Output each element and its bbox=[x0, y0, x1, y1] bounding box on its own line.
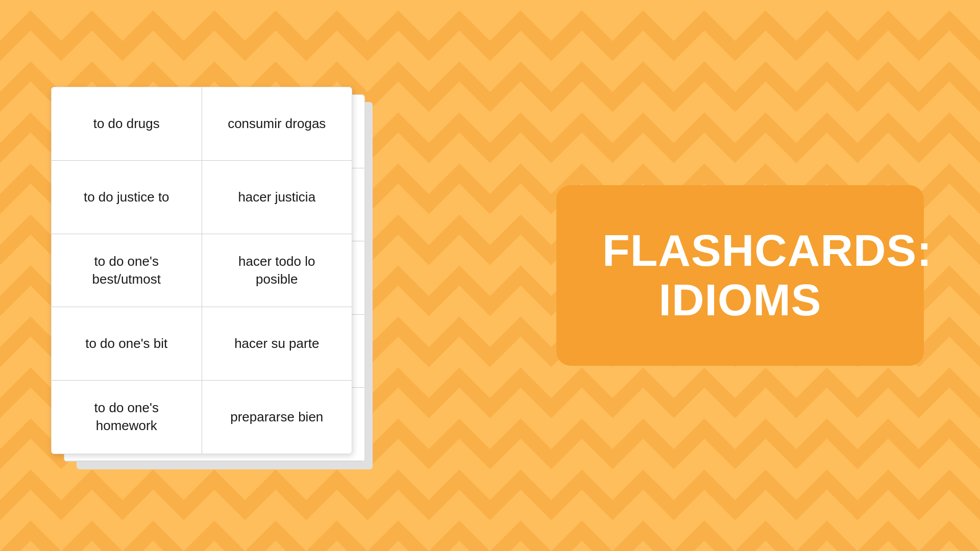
flashcard-main: to do drugs consumir drogas to do justic… bbox=[51, 87, 352, 454]
english-3: to do one's best/utmost bbox=[52, 234, 202, 307]
spanish-2: hacer justicia bbox=[202, 161, 352, 234]
content-wrapper: hacer loshonores ucionar eltema cumplirc… bbox=[0, 0, 980, 551]
table-row-1: to do drugs consumir drogas bbox=[52, 87, 352, 161]
table-row-2: to do justice to hacer justicia bbox=[52, 161, 352, 234]
spanish-5: prepararse bien bbox=[202, 380, 352, 454]
flashcard-table: to do drugs consumir drogas to do justic… bbox=[52, 87, 352, 454]
spanish-3: hacer todo lo posible bbox=[202, 234, 352, 307]
table-row-3: to do one's best/utmost hacer todo lo po… bbox=[52, 234, 352, 307]
english-1: to do drugs bbox=[52, 87, 202, 161]
spanish-1: consumir drogas bbox=[202, 87, 352, 161]
cards-area: hacer loshonores ucionar eltema cumplirc… bbox=[51, 87, 398, 474]
english-4: to do one's bit bbox=[52, 307, 202, 381]
right-panel: FLASHCARDS: IDIOMS bbox=[541, 185, 939, 366]
spanish-4: hacer su parte bbox=[202, 307, 352, 381]
title-card: FLASHCARDS: IDIOMS bbox=[556, 185, 924, 366]
english-5: to do one's homework bbox=[52, 380, 202, 454]
title-line1: FLASHCARDS: IDIOMS bbox=[602, 226, 878, 325]
table-row-4: to do one's bit hacer su parte bbox=[52, 307, 352, 381]
english-2: to do justice to bbox=[52, 161, 202, 234]
table-row-5: to do one's homework prepararse bien bbox=[52, 380, 352, 454]
